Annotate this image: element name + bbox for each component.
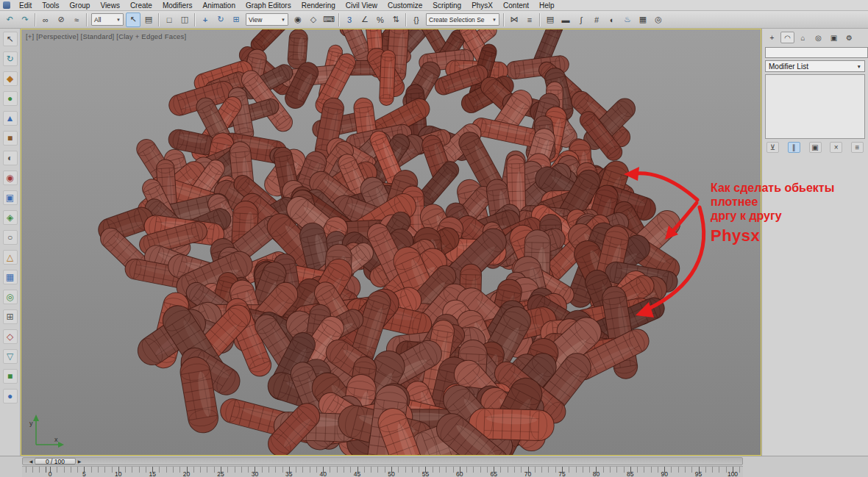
redo-icon[interactable]: ↷ xyxy=(18,12,32,27)
modifier-list-dropdown[interactable]: Modifier List ▼ xyxy=(765,60,865,72)
tool-10-icon[interactable]: ◈ xyxy=(3,210,18,225)
menu-content[interactable]: Content xyxy=(498,1,534,10)
viewport-label[interactable]: [+] [Perspective] [Standard] [Clay + Edg… xyxy=(26,32,186,40)
frame-tick-label: 65 xyxy=(490,470,497,477)
menu-tools[interactable]: Tools xyxy=(37,1,64,10)
selection-filter-dropdown[interactable]: All▼ xyxy=(91,13,124,26)
time-slider-handle[interactable]: 0 / 100 xyxy=(35,458,76,465)
menu-animation[interactable]: Animation xyxy=(197,1,240,10)
layer-manager-icon[interactable]: ▤ xyxy=(543,12,558,27)
previous-frame-button[interactable]: ◀ xyxy=(27,458,35,465)
tool-12-icon[interactable]: △ xyxy=(3,250,18,265)
show-end-result-button[interactable]: ∥ xyxy=(788,142,800,153)
tool-14-icon[interactable]: ◎ xyxy=(3,290,18,304)
named-selection-dropdown[interactable]: Create Selection Se▼ xyxy=(426,13,499,26)
menu-customize[interactable]: Customize xyxy=(383,1,427,10)
tool-6-icon[interactable]: ■ xyxy=(3,131,18,146)
snaps-toggle-icon[interactable]: 3 xyxy=(342,12,357,27)
tool-19-icon[interactable]: ● xyxy=(3,389,18,404)
window-crossing-icon[interactable]: ◫ xyxy=(177,12,192,27)
tab-motion[interactable]: ◎ xyxy=(811,32,825,43)
pin-stack-button[interactable]: ⊻ xyxy=(766,142,779,153)
modifier-stack-list[interactable] xyxy=(765,74,865,139)
chevron-down-icon: ▼ xyxy=(116,18,121,22)
menu-views[interactable]: Views xyxy=(95,1,125,10)
app-icon[interactable] xyxy=(3,1,10,9)
menu-graph-editors[interactable]: Graph Editors xyxy=(241,1,296,10)
tool-4-icon[interactable]: ● xyxy=(3,91,18,106)
select-and-rotate-icon[interactable]: ↻ xyxy=(213,12,228,27)
spinner-snap-icon[interactable]: ⇅ xyxy=(388,12,403,27)
tool-18-icon[interactable]: ■ xyxy=(3,369,18,384)
edit-named-selection-sets-icon[interactable]: {} xyxy=(409,12,424,27)
tool-7-icon[interactable]: ◐ xyxy=(3,151,18,165)
render-production-icon[interactable]: ◎ xyxy=(651,12,666,27)
rectangular-selection-region-icon[interactable]: □ xyxy=(162,12,177,27)
tool-3-icon[interactable]: ◆ xyxy=(3,71,18,86)
curve-editor-icon[interactable]: ∫ xyxy=(574,12,588,27)
frame-tick-label: 70 xyxy=(524,470,531,477)
time-slider-track[interactable]: ◀ 0 / 100 ▶ xyxy=(22,457,743,465)
remove-modifier-button[interactable]: × xyxy=(830,142,842,153)
left-toolbar: ↖↻◆●▲■◐◉▣◈○△▦◎⊞◇▽■● xyxy=(0,29,21,456)
menu-rendering[interactable]: Rendering xyxy=(296,1,341,10)
menu-modifiers[interactable]: Modifiers xyxy=(157,1,198,10)
world-axis-icon: y x xyxy=(29,409,65,449)
command-panel-tabs: +◠⌂◎▣⚙ xyxy=(765,31,865,45)
keyboard-shortcut-override-icon[interactable]: ⌨ xyxy=(321,12,336,27)
tool-17-icon[interactable]: ▽ xyxy=(3,349,18,364)
select-and-scale-icon[interactable]: ⊞ xyxy=(229,12,243,27)
menu-help[interactable]: Help xyxy=(534,1,560,10)
menu-civil-view[interactable]: Civil View xyxy=(341,1,383,10)
bind-to-spacewarp-icon[interactable]: ≈ xyxy=(69,12,84,27)
tool-16-icon[interactable]: ◇ xyxy=(3,329,18,344)
select-by-name-icon[interactable]: ▤ xyxy=(141,12,156,27)
tab-modify[interactable]: ◠ xyxy=(780,32,794,43)
select-and-manipulate-icon[interactable]: ◇ xyxy=(306,12,321,27)
select-object-icon[interactable]: ↖ xyxy=(126,12,140,27)
material-editor-icon[interactable]: ◐ xyxy=(605,12,619,27)
menu-edit[interactable]: Edit xyxy=(14,1,37,10)
viewport-canvas[interactable] xyxy=(21,29,761,455)
tool-1-icon[interactable]: ↖ xyxy=(3,32,18,46)
main-toolbar: ↶↷∞⊘≈All▼↖▤□◫+↻⊞View▼◉◇⌨3∠%⇅{}Create Sel… xyxy=(0,11,868,29)
tab-create[interactable]: + xyxy=(765,32,779,43)
schematic-view-icon[interactable]: # xyxy=(589,12,604,27)
menu-create[interactable]: Create xyxy=(125,1,157,10)
menu-group[interactable]: Group xyxy=(65,1,96,10)
percent-snap-icon[interactable]: % xyxy=(373,12,388,27)
make-unique-button[interactable]: ▣ xyxy=(809,142,822,153)
align-icon[interactable]: ≡ xyxy=(522,12,537,27)
next-frame-button[interactable]: ▶ xyxy=(76,458,83,465)
tab-utilities[interactable]: ⚙ xyxy=(842,32,856,43)
tool-5-icon[interactable]: ▲ xyxy=(3,111,18,126)
toggle-ribbon-icon[interactable]: ▬ xyxy=(558,12,573,27)
select-link-icon[interactable]: ∞ xyxy=(38,12,53,27)
mirror-icon[interactable]: ⋈ xyxy=(507,12,522,27)
tool-9-icon[interactable]: ▣ xyxy=(3,190,18,205)
unlink-selection-icon[interactable]: ⊘ xyxy=(54,12,68,27)
use-pivot-point-center-icon[interactable]: ◉ xyxy=(291,12,305,27)
tool-2-icon[interactable]: ↻ xyxy=(3,51,18,66)
tab-display[interactable]: ▣ xyxy=(827,32,841,43)
tool-8-icon[interactable]: ◉ xyxy=(3,171,18,185)
rendered-frame-window-icon[interactable]: ▦ xyxy=(636,12,650,27)
tool-13-icon[interactable]: ▦ xyxy=(3,270,18,284)
tool-11-icon[interactable]: ○ xyxy=(3,230,18,245)
command-panel: +◠⌂◎▣⚙ Modifier List ▼ ⊻∥▣×≡ xyxy=(761,29,868,456)
object-name-field[interactable] xyxy=(765,47,868,58)
viewport[interactable]: [+] [Perspective] [Standard] [Clay + Edg… xyxy=(21,29,761,456)
render-setup-icon[interactable]: ♨ xyxy=(620,12,635,27)
coord-system-dropdown[interactable]: View▼ xyxy=(246,13,288,26)
menu-physx[interactable]: PhysX xyxy=(466,1,498,10)
undo-icon[interactable]: ↶ xyxy=(2,12,17,27)
menu-scripting[interactable]: Scripting xyxy=(427,1,466,10)
track-bar-ruler[interactable]: 0510152025303540455055606570758085909510… xyxy=(22,466,743,477)
tab-hierarchy[interactable]: ⌂ xyxy=(796,32,810,43)
configure-modifier-sets-button[interactable]: ≡ xyxy=(851,142,864,153)
angle-snap-icon[interactable]: ∠ xyxy=(357,12,372,27)
menu-items: EditToolsGroupViewsCreateModifiersAnimat… xyxy=(14,1,560,10)
tool-15-icon[interactable]: ⊞ xyxy=(3,309,18,324)
select-and-move-icon[interactable]: + xyxy=(198,12,213,27)
frame-tick-label: 15 xyxy=(149,470,155,477)
